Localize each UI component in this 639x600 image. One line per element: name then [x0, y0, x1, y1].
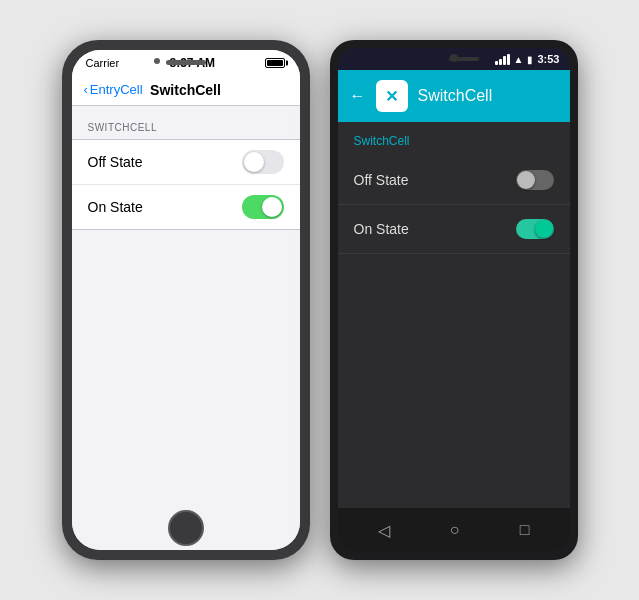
ios-table: Off State On State — [72, 139, 300, 230]
android-item-on: On State — [338, 205, 570, 254]
android-nav-recents-icon[interactable]: □ — [520, 521, 530, 539]
ios-row-off-label: Off State — [88, 154, 143, 170]
android-toolbar-title: SwitchCell — [418, 87, 493, 105]
ios-screen: Carrier 8:37 AM ‹ EntryCell SwitchCell S… — [72, 50, 300, 550]
android-screen: ▲ ▮ 3:53 ← ✕ SwitchCell SwitchCell Off S… — [338, 48, 570, 552]
android-nav-home-icon[interactable]: ○ — [450, 521, 460, 539]
android-app-logo: ✕ — [385, 87, 398, 106]
android-content: SwitchCell Off State On State — [338, 122, 570, 508]
android-time: 3:53 — [537, 53, 559, 65]
android-wifi-icon: ▲ — [514, 54, 524, 65]
ios-camera — [154, 58, 160, 64]
ios-status-icons — [265, 58, 285, 68]
ios-row-on: On State — [72, 185, 300, 229]
ios-content: SWITCHCELL Off State On State — [72, 106, 300, 550]
ios-back-label: EntryCell — [90, 82, 143, 97]
ios-chevron-icon: ‹ — [84, 82, 88, 97]
android-nav-bar: ◁ ○ □ — [338, 508, 570, 552]
ios-battery-fill — [267, 60, 283, 66]
android-toggle-on-thumb — [535, 220, 553, 238]
ios-toggle-off-thumb — [244, 152, 264, 172]
ios-toggle-on-thumb — [262, 197, 282, 217]
android-speaker — [449, 57, 479, 61]
ios-row-on-label: On State — [88, 199, 143, 215]
android-signal-icon — [495, 54, 510, 65]
ios-nav-bar: ‹ EntryCell SwitchCell — [72, 74, 300, 106]
ios-toggle-on[interactable] — [242, 195, 284, 219]
android-item-off: Off State — [338, 156, 570, 205]
signal-bar-3 — [503, 56, 506, 65]
android-toggle-on[interactable] — [516, 219, 554, 239]
ios-row-off: Off State — [72, 140, 300, 185]
signal-bar-1 — [495, 61, 498, 65]
android-toggle-off-thumb — [517, 171, 535, 189]
ios-toggle-off[interactable] — [242, 150, 284, 174]
android-toolbar: ← ✕ SwitchCell — [338, 70, 570, 122]
android-battery-icon: ▮ — [527, 54, 533, 65]
ios-carrier: Carrier — [86, 57, 120, 69]
ios-back-button[interactable]: ‹ EntryCell — [84, 82, 143, 97]
signal-bar-2 — [499, 59, 502, 65]
ios-nav-title: SwitchCell — [150, 82, 221, 98]
android-item-off-label: Off State — [354, 172, 409, 188]
android-back-icon[interactable]: ← — [350, 87, 366, 105]
ios-speaker — [166, 60, 206, 65]
android-toggle-off[interactable] — [516, 170, 554, 190]
android-nav-back-icon[interactable]: ◁ — [378, 521, 390, 540]
android-status-right: ▲ ▮ 3:53 — [495, 53, 560, 65]
ios-phone: Carrier 8:37 AM ‹ EntryCell SwitchCell S… — [62, 40, 310, 560]
android-section-header: SwitchCell — [338, 122, 570, 156]
ios-battery-icon — [265, 58, 285, 68]
android-item-on-label: On State — [354, 221, 409, 237]
ios-section-header: SWITCHCELL — [72, 122, 300, 139]
ios-home-button[interactable] — [168, 510, 204, 546]
signal-bar-4 — [507, 54, 510, 65]
android-phone: ▲ ▮ 3:53 ← ✕ SwitchCell SwitchCell Off S… — [330, 40, 578, 560]
android-app-icon: ✕ — [376, 80, 408, 112]
